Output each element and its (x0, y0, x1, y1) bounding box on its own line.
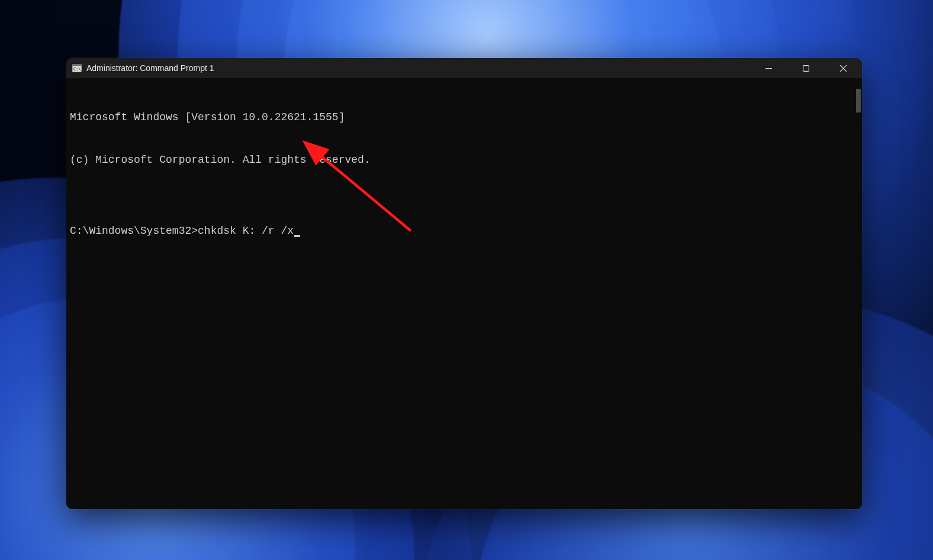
svg-rect-1 (72, 64, 82, 66)
terminal-prompt: C:\Windows\System32> (70, 224, 198, 238)
scrollbar-thumb[interactable] (856, 89, 861, 112)
titlebar[interactable]: C:\_ Administrator: Command Prompt 1 (66, 58, 862, 78)
window-controls (750, 58, 862, 78)
svg-rect-4 (803, 65, 809, 71)
terminal-area[interactable]: Microsoft Windows [Version 10.0.22621.15… (66, 78, 862, 509)
cmd-icon: C:\_ (72, 63, 82, 73)
command-prompt-window: C:\_ Administrator: Command Prompt 1 Mic… (66, 58, 862, 509)
svg-text:C:\_: C:\_ (73, 67, 82, 72)
scrollbar[interactable] (852, 79, 861, 508)
terminal-command: chkdsk K: /r /x (198, 224, 294, 238)
window-title: Administrator: Command Prompt 1 (86, 63, 214, 73)
terminal-prompt-line: C:\Windows\System32>chkdsk K: /r /x (70, 224, 862, 238)
minimize-button[interactable] (750, 58, 787, 78)
close-button[interactable] (825, 58, 862, 78)
terminal-output-line: Microsoft Windows [Version 10.0.22621.15… (70, 110, 862, 124)
maximize-button[interactable] (787, 58, 825, 78)
terminal-output-line: (c) Microsoft Corporation. All rights re… (70, 153, 862, 167)
text-cursor (294, 235, 300, 237)
